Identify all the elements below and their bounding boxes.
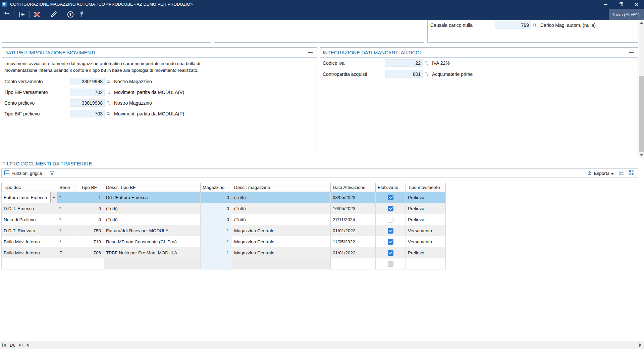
cell-tipo-bf[interactable]	[79, 258, 104, 269]
tipo-doc-combobox[interactable]: Fattura Imm. Emessa	[1, 192, 57, 203]
collapse-panel-button[interactable]	[307, 50, 313, 56]
elab-auto-checkbox[interactable]	[388, 206, 393, 211]
cell-descr-tipo-bf[interactable]: (Tutti)	[104, 214, 201, 225]
cell-tipo-movimento[interactable]: Prelievo	[406, 214, 446, 225]
minimize-button[interactable]	[598, 0, 613, 9]
exit-arrow-icon[interactable]	[17, 10, 26, 19]
cell-tipo-bf[interactable]: 0	[79, 214, 104, 225]
first-record-icon[interactable]	[2, 343, 6, 347]
pin-icon[interactable]	[77, 10, 87, 19]
table-row[interactable]: Fattura Imm. Emessa * 1 DdT/Fattura Emes…	[1, 192, 446, 203]
funzioni-griglia-button[interactable]: Funzioni griglia	[4, 170, 42, 176]
tipo-bf-prelievo-input[interactable]: 703	[70, 110, 105, 117]
cell-descr-tipo-bf[interactable]: Fattura/ddt Ricev.per MODULA	[104, 225, 201, 236]
column-header-descr-tipo-bf[interactable]: Descr. Tipo BF	[104, 183, 201, 192]
causale-value-input[interactable]: 799	[495, 21, 531, 29]
table-row[interactable]: Bolla Mov. Interna P 706 TPBF Nullo per …	[1, 247, 446, 258]
cell-descr-magazzino[interactable]: Magazzino Centrale	[232, 236, 331, 247]
collapse-panel-button[interactable]	[628, 50, 634, 56]
scroll-left-arrow-icon[interactable]	[26, 343, 29, 347]
cell-descr-tipo-bf[interactable]: (Tutti)	[104, 203, 201, 214]
cell-tipo-movimento[interactable]	[406, 258, 446, 269]
edit-pen-icon[interactable]	[49, 10, 58, 19]
scrollbar-thumb[interactable]	[639, 76, 644, 152]
cell-data-attivazione[interactable]: 16/05/2023	[331, 203, 376, 214]
codice-iva-input[interactable]: 22	[385, 59, 423, 67]
last-record-icon[interactable]	[18, 343, 23, 347]
cell-data-attivazione[interactable]	[331, 258, 376, 269]
restore-button[interactable]	[613, 0, 629, 9]
back-icon[interactable]	[2, 10, 11, 19]
cell-tipo-doc[interactable]	[1, 258, 57, 269]
column-header-descr-magazzino[interactable]: Descr. magazzino	[232, 183, 331, 192]
elab-auto-checkbox[interactable]	[388, 195, 393, 200]
table-row[interactable]: D.D.T. Ricevuto * 750 Fattura/ddt Ricev.…	[1, 225, 446, 236]
scroll-down-arrow-icon[interactable]	[639, 152, 644, 158]
cell-tipo-movimento[interactable]: Prelievo	[406, 192, 446, 203]
cell-tipo-bf[interactable]: 0	[79, 203, 104, 214]
cell-tipo-doc[interactable]: Bolla Mov. Interna	[1, 247, 57, 258]
cell-tipo-doc[interactable]: Nota di Prelievo	[1, 214, 57, 225]
lookup-magnifier-icon[interactable]	[106, 90, 111, 95]
cell-tipo-doc[interactable]: D.D.T. Emesso	[1, 203, 57, 214]
vertical-scrollbar[interactable]	[639, 20, 644, 158]
cell-tipo-bf[interactable]: 710	[79, 236, 104, 247]
cell-magazzino[interactable]: 0	[201, 214, 232, 225]
scroll-right-arrow-icon[interactable]	[639, 343, 642, 347]
find-box[interactable]: Trova (Alt+F1)	[609, 9, 644, 20]
cell-tipo-movimento[interactable]: Versamento	[406, 236, 446, 247]
cell-serie[interactable]: *	[57, 236, 79, 247]
cell-tipo-bf[interactable]: 1	[79, 192, 104, 203]
cell-magazzino[interactable]: 0	[201, 192, 232, 203]
chevron-down-icon[interactable]	[50, 192, 57, 203]
cell-serie[interactable]: *	[57, 225, 79, 236]
cell-descr-magazzino[interactable]: Magazzino Centrale	[232, 225, 331, 236]
card-view-icon[interactable]	[629, 170, 634, 176]
cell-descr-tipo-bf[interactable]: Reso MP non Consumate (CL Pas)	[104, 236, 201, 247]
cell-descr-tipo-bf[interactable]: DdT/Fattura Emessa	[104, 192, 201, 203]
cell-tipo-bf[interactable]: 706	[79, 247, 104, 258]
cell-tipo-movimento[interactable]: Versamento	[406, 225, 446, 236]
elab-auto-checkbox[interactable]	[388, 261, 393, 267]
lookup-magnifier-icon[interactable]	[106, 112, 111, 116]
table-row[interactable]: Bolla Mov. Interna * 710 Reso MP non Con…	[1, 236, 446, 247]
close-button[interactable]	[629, 0, 644, 9]
column-header-tipo-bf[interactable]: Tipo BF	[79, 183, 104, 192]
column-header-data-attivazione[interactable]: Data Attivazione	[331, 183, 376, 192]
cell-descr-magazzino[interactable]: (Tutti)	[232, 214, 331, 225]
cell-magazzino[interactable]: 1	[201, 247, 232, 258]
cell-serie[interactable]: P	[57, 247, 79, 258]
cell-magazzino[interactable]: 0	[201, 203, 232, 214]
column-header-serie[interactable]: Serie	[57, 183, 79, 192]
help-icon[interactable]: ?	[66, 10, 75, 19]
elab-auto-checkbox[interactable]	[388, 250, 393, 256]
table-row[interactable]: D.D.T. Emesso * 0 (Tutti) 0 (Tutti) 16/0…	[1, 203, 446, 214]
contropartita-acquisti-input[interactable]: 801	[385, 70, 423, 78]
column-header-tipo-doc[interactable]: Tipo doc	[1, 183, 57, 192]
cell-data-attivazione[interactable]: 03/05/2023	[331, 192, 376, 203]
cell-magazzino[interactable]: 1	[201, 225, 232, 236]
cell-descr-tipo-bf[interactable]: TPBF Nullo per Pre.Man. MODULA	[104, 247, 201, 258]
cell-descr-magazzino[interactable]: (Tutti)	[232, 203, 331, 214]
table-row[interactable]: Nota di Prelievo * 0 (Tutti) 0 (Tutti) 2…	[1, 214, 446, 225]
cell-descr-magazzino[interactable]: (Tutti)	[232, 192, 331, 203]
cell-data-attivazione[interactable]: 01/01/2022	[331, 225, 376, 236]
cell-descr-tipo-bf[interactable]	[104, 258, 201, 269]
scroll-up-arrow-icon[interactable]	[639, 20, 644, 26]
cell-tipo-bf[interactable]: 750	[79, 225, 104, 236]
table-row-new[interactable]	[1, 258, 446, 269]
cell-serie[interactable]: *	[57, 214, 79, 225]
elab-auto-checkbox[interactable]	[388, 217, 393, 222]
conto-versamento-input[interactable]: 33019998	[70, 78, 105, 85]
column-header-elab-auto[interactable]: Elab. Auto.	[376, 183, 406, 192]
cell-data-attivazione[interactable]: 11/05/2022	[331, 236, 376, 247]
cell-descr-magazzino[interactable]	[232, 258, 331, 269]
lookup-magnifier-icon[interactable]	[424, 61, 429, 65]
lookup-magnifier-icon[interactable]	[106, 80, 111, 84]
cell-serie[interactable]: *	[57, 192, 79, 203]
lookup-magnifier-icon[interactable]	[106, 101, 111, 105]
chart-view-icon[interactable]	[619, 170, 624, 176]
cell-tipo-doc[interactable]: Bolla Mov. Interna	[1, 236, 57, 247]
cell-tipo-movimento[interactable]: Prelievo	[406, 247, 446, 258]
column-header-tipo-movimento[interactable]: Tipo movimento	[406, 183, 446, 192]
